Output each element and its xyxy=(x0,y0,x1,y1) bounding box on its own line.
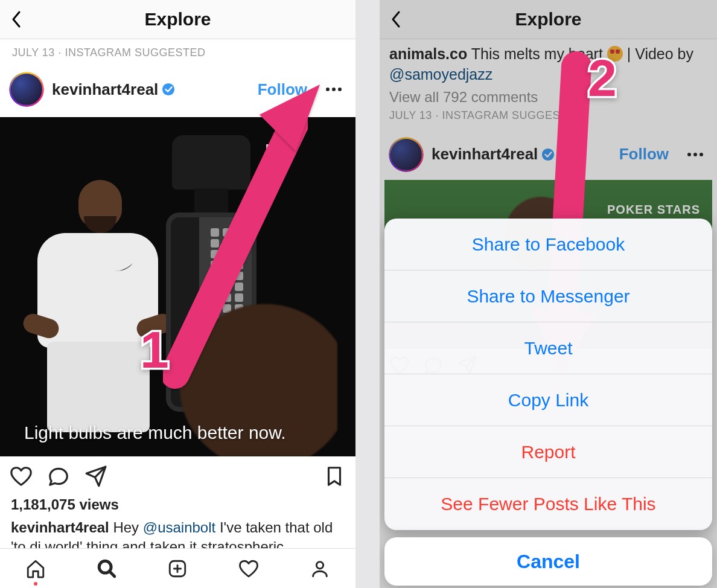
header: Explore xyxy=(0,0,355,39)
chevron-left-icon xyxy=(11,10,23,29)
tab-add[interactable] xyxy=(142,549,214,588)
sheet-item-copy-link[interactable]: Copy Link xyxy=(384,374,712,426)
tab-search[interactable] xyxy=(71,549,142,588)
user-icon xyxy=(310,558,330,579)
tab-activity[interactable] xyxy=(213,549,284,588)
person-figure xyxy=(24,142,169,456)
column-gap xyxy=(355,0,380,588)
phone-left: Explore JULY 13 · INSTAGRAM SUGGESTED ke… xyxy=(0,0,355,588)
bookmark-button[interactable] xyxy=(323,465,346,490)
caption-username[interactable]: kevinhart4real xyxy=(11,519,109,535)
mention-link[interactable]: @usainbolt xyxy=(143,519,215,535)
svg-point-0 xyxy=(162,83,174,95)
comment-icon xyxy=(47,465,70,488)
sheet-cancel-button[interactable]: Cancel xyxy=(384,537,712,586)
avatar[interactable] xyxy=(10,72,43,106)
views-count: 1,181,075 views xyxy=(0,494,355,516)
tab-profile[interactable] xyxy=(284,549,355,588)
post-media[interactable]: Fu s Light bulbs are much better now. xyxy=(0,117,355,456)
heart-icon xyxy=(10,465,33,488)
sheet-item-report[interactable]: Report xyxy=(384,426,712,478)
action-bar xyxy=(0,456,355,494)
like-button[interactable] xyxy=(10,465,33,490)
suggested-meta: JULY 13 · INSTAGRAM SUGGESTED xyxy=(0,39,355,59)
sheet-item-share-facebook[interactable]: Share to Facebook xyxy=(384,219,712,270)
add-icon xyxy=(167,558,188,579)
comment-button[interactable] xyxy=(47,465,70,490)
header-title: Explore xyxy=(144,9,211,30)
sheet-item-share-messenger[interactable]: Share to Messenger xyxy=(384,270,712,322)
follow-button[interactable]: Follow xyxy=(258,80,307,99)
tab-home[interactable] xyxy=(0,549,71,588)
home-icon xyxy=(25,558,46,579)
action-sheet: Share to Facebook Share to Messenger Twe… xyxy=(384,219,712,586)
video-subtitle: Light bulbs are much better now. xyxy=(24,423,286,443)
bookmark-icon xyxy=(323,465,346,488)
verified-icon xyxy=(162,83,175,96)
sheet-item-see-fewer[interactable]: See Fewer Posts Like This xyxy=(384,478,712,530)
sheet-item-tweet[interactable]: Tweet xyxy=(384,322,712,374)
post-header: kevinhart4real Follow xyxy=(0,59,355,117)
share-button[interactable] xyxy=(84,465,107,490)
search-icon xyxy=(97,558,117,579)
send-icon xyxy=(84,465,107,488)
svg-line-2 xyxy=(109,571,115,577)
back-button[interactable] xyxy=(8,8,25,30)
svg-point-6 xyxy=(316,561,323,568)
username[interactable]: kevinhart4real xyxy=(52,80,175,99)
username-text: kevinhart4real xyxy=(52,80,158,99)
tab-bar xyxy=(0,548,355,588)
media-overlay-text: Fu s xyxy=(266,141,295,157)
heart-icon xyxy=(238,558,259,579)
more-options-button[interactable] xyxy=(322,88,346,91)
phone-right: Explore animals.co This melts my heart |… xyxy=(380,0,717,588)
